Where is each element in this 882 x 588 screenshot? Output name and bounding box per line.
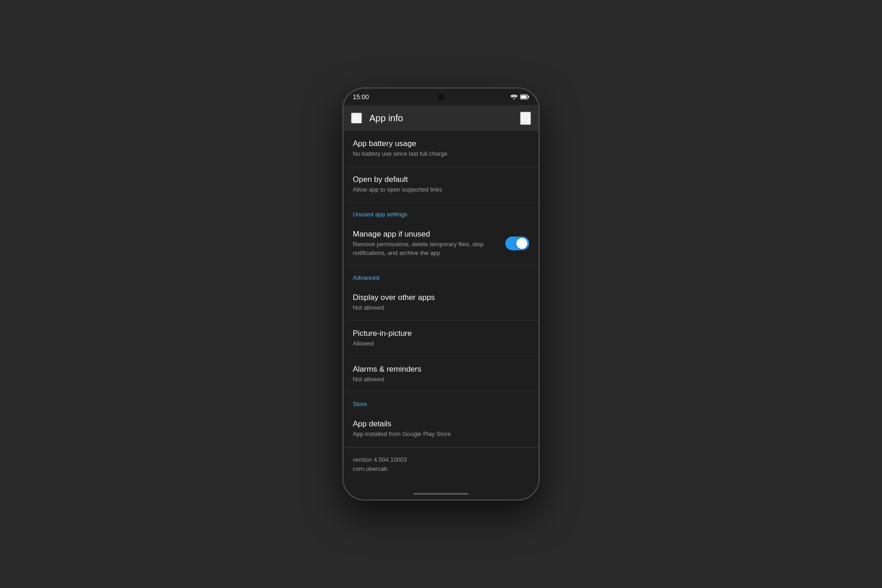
svg-rect-1 xyxy=(528,96,529,98)
toggle-knob xyxy=(516,238,527,249)
store-section-header: Store xyxy=(344,392,538,411)
app-bar-title: App info xyxy=(369,113,513,124)
alarms-subtitle: Not allowed xyxy=(353,375,529,384)
status-icons xyxy=(510,94,529,100)
app-bar: App info xyxy=(344,105,538,131)
display-over-subtitle: Not allowed xyxy=(353,304,529,312)
battery-usage-item[interactable]: App battery usage No battery use since l… xyxy=(344,131,538,167)
alarms-title: Alarms & reminders xyxy=(353,365,529,374)
home-bar xyxy=(413,493,469,495)
app-details-item[interactable]: App details App installed from Google Pl… xyxy=(344,411,538,447)
version-text: version 4.504.10003 xyxy=(353,455,529,465)
manage-app-title: Manage app if unused xyxy=(353,230,498,239)
app-details-subtitle: App installed from Google Play Store xyxy=(353,430,529,438)
svg-rect-2 xyxy=(521,96,527,99)
manage-app-toggle[interactable] xyxy=(505,237,529,250)
battery-icon xyxy=(520,94,529,100)
wifi-icon xyxy=(510,94,518,100)
unused-section-header: Unused app settings xyxy=(344,203,538,221)
open-by-default-title: Open by default xyxy=(353,175,529,184)
open-by-default-item[interactable]: Open by default Allow app to open suppor… xyxy=(344,167,538,203)
pip-title: Picture-in-picture xyxy=(353,329,529,338)
pip-item[interactable]: Picture-in-picture Allowed xyxy=(344,321,538,356)
advanced-section-header: Advanced xyxy=(344,266,538,285)
package-name: com.ubercab xyxy=(353,464,529,474)
display-over-item[interactable]: Display over other apps Not allowed xyxy=(344,285,538,321)
version-section: version 4.504.10003 com.ubercab xyxy=(344,447,538,482)
external-link-button[interactable] xyxy=(520,112,531,125)
manage-app-item[interactable]: Manage app if unused Remove permissions,… xyxy=(344,221,538,266)
home-indicator xyxy=(344,488,538,499)
battery-usage-title: App battery usage xyxy=(353,139,529,148)
status-time: 15:00 xyxy=(353,93,369,101)
status-bar: 15:00 xyxy=(344,89,538,105)
camera-notch xyxy=(438,94,444,100)
battery-usage-subtitle: No battery use since last full charge xyxy=(353,150,529,158)
phone-device: 15:00 App in xyxy=(342,87,540,501)
app-details-title: App details xyxy=(353,419,529,429)
manage-app-subtitle: Remove permissions, delete temporary fil… xyxy=(353,240,498,257)
pip-subtitle: Allowed xyxy=(353,339,529,348)
phone-screen: 15:00 App in xyxy=(344,89,538,499)
back-button[interactable] xyxy=(351,113,362,124)
open-by-default-subtitle: Allow app to open supported links xyxy=(353,186,529,194)
alarms-item[interactable]: Alarms & reminders Not allowed xyxy=(344,356,538,392)
display-over-title: Display over other apps xyxy=(353,293,529,302)
content-area: App battery usage No battery use since l… xyxy=(344,131,538,488)
